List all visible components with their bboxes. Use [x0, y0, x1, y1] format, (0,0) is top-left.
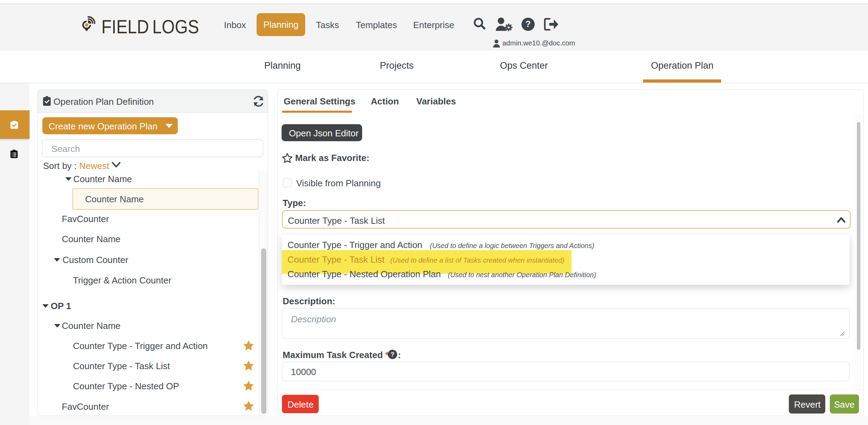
- svg-text:?: ?: [525, 19, 531, 29]
- svg-text:?: ?: [391, 351, 394, 358]
